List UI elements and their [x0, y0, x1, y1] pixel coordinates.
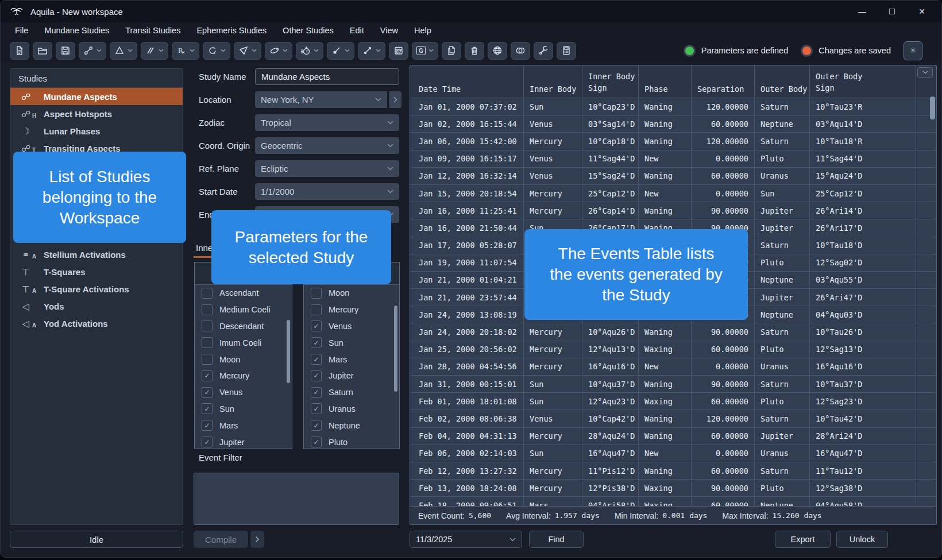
- maximize-button[interactable]: ☐: [877, 1, 907, 22]
- column-header-outer-body[interactable]: Outer Body: [755, 65, 810, 98]
- study-list-item[interactable]: ⊤ T-Squares: [10, 263, 183, 280]
- location-expand-button[interactable]: [389, 91, 401, 108]
- event-row[interactable]: Jan 02, 2000 16:15:44 Venus 03°Sag14'D W…: [410, 115, 936, 133]
- body-checkbox-row[interactable]: ✓ Jupiter: [304, 368, 399, 384]
- body-checkbox-row[interactable]: ✓ Venus: [195, 384, 292, 401]
- column-header-phase[interactable]: Phase: [639, 65, 692, 98]
- listbox-scrollbar[interactable]: [287, 320, 290, 383]
- listbox-scrollbar[interactable]: [394, 306, 397, 392]
- ref-plane-dropdown[interactable]: Ecliptic: [255, 160, 399, 177]
- gauquelin-button[interactable]: G: [412, 42, 438, 60]
- body-checkbox-row[interactable]: ✓ Imum Coeli: [195, 334, 292, 351]
- event-row[interactable]: Jan 31, 2000 00:15:01 Sun 10°Aqu37'D Wan…: [410, 376, 936, 393]
- event-row[interactable]: Jan 15, 2000 20:18:54 Mercury 25°Cap12'D…: [410, 185, 936, 202]
- eclipse-button[interactable]: [511, 42, 530, 60]
- event-row[interactable]: Feb 13, 2000 18:24:08 Mercury 12°Pis38'D…: [410, 480, 936, 497]
- compile-button[interactable]: Compile: [194, 531, 248, 548]
- event-filter-input[interactable]: [194, 473, 399, 525]
- body-checkbox-row[interactable]: ✓ Saturn: [304, 384, 399, 401]
- menu-item[interactable]: Transit Studies: [117, 22, 188, 38]
- column-header-inner-body[interactable]: Inner Body: [524, 65, 582, 98]
- body-checkbox-row[interactable]: ✓ Mercury: [195, 368, 292, 384]
- parallel-tool-button[interactable]: [141, 42, 168, 60]
- copy-button[interactable]: [442, 42, 461, 60]
- study-list-item[interactable]: ◁A Yod Activations: [10, 315, 183, 332]
- study-list-item[interactable]: ⊤A T-Square Activations: [10, 280, 183, 298]
- calendar-button[interactable]: 07: [389, 42, 408, 60]
- body-checkbox-row[interactable]: ✓ Mars: [304, 351, 399, 368]
- engine-status-button[interactable]: Idle: [10, 531, 183, 548]
- menu-item[interactable]: File: [7, 22, 36, 38]
- menu-item[interactable]: Mundane Studies: [36, 22, 117, 38]
- menu-item[interactable]: View: [372, 22, 406, 38]
- body-checkbox-row[interactable]: ✓ Jupiter: [195, 434, 292, 450]
- body-checkbox-row[interactable]: ✓ Medium Coeli: [195, 302, 292, 318]
- cycles-tool-button[interactable]: [203, 42, 230, 60]
- new-document-button[interactable]: [10, 42, 29, 60]
- compile-options-button[interactable]: [250, 531, 264, 548]
- body-checkbox-row[interactable]: ✓ Pluto: [304, 434, 399, 450]
- event-row[interactable]: Feb 02, 2000 08:06:38 Venus 10°Cap42'D W…: [410, 410, 936, 427]
- menu-item[interactable]: Edit: [342, 22, 372, 38]
- find-button[interactable]: Find: [529, 531, 584, 548]
- body-checkbox-row[interactable]: ✓ Mercury: [304, 302, 399, 318]
- event-row[interactable]: Jan 12, 2000 16:32:14 Venus 15°Sag24'D W…: [410, 168, 936, 185]
- menu-item[interactable]: Help: [406, 22, 439, 38]
- event-row[interactable]: Jan 06, 2000 15:42:00 Mercury 10°Cap18'D…: [410, 133, 936, 150]
- column-header-outer-body-sign[interactable]: Outer Body Sign: [810, 65, 916, 98]
- event-row[interactable]: Jan 09, 2000 16:15:17 Venus 11°Sag44'D N…: [410, 150, 936, 168]
- retrograde-tool-button[interactable]: R: [172, 42, 199, 60]
- body-checkbox-row[interactable]: ✓ Ascendant: [195, 285, 292, 302]
- column-header-separation[interactable]: Separation: [692, 65, 755, 98]
- study-list-item[interactable]: ☽ Lunar Phases: [10, 122, 183, 140]
- close-button[interactable]: ✕: [907, 1, 937, 22]
- globe-button[interactable]: [488, 42, 507, 60]
- calculator-button[interactable]: [557, 42, 576, 60]
- menu-item[interactable]: Other Studies: [275, 22, 342, 38]
- start-date-dropdown[interactable]: 1/1/2000: [255, 183, 399, 200]
- table-scrollbar[interactable]: [930, 96, 935, 119]
- settings-button[interactable]: [534, 42, 553, 60]
- stopwatch-tool-button[interactable]: [296, 42, 323, 60]
- minimize-button[interactable]: —: [847, 1, 877, 22]
- study-name-input[interactable]: [255, 68, 399, 85]
- export-button[interactable]: Export: [775, 531, 831, 548]
- study-list-item[interactable]: ☍ Mundane Aspects: [10, 88, 183, 105]
- column-header-inner-body-sign[interactable]: Inner Body Sign: [582, 65, 639, 98]
- event-row[interactable]: Jan 25, 2000 20:56:02 Mercury 12°Aqu13'D…: [410, 341, 936, 358]
- trine-tool-button[interactable]: [110, 42, 137, 60]
- menu-item[interactable]: Ephemeris Studies: [188, 22, 275, 38]
- body-checkbox-row[interactable]: ✓ Neptune: [304, 417, 399, 434]
- body-checkbox-row[interactable]: ✓ Descendant: [195, 318, 292, 335]
- event-row[interactable]: Feb 06, 2000 02:14:03 Sun 16°Aqu47'D New…: [410, 445, 936, 462]
- study-list-item[interactable]: ☍H Aspect Hotspots: [10, 105, 183, 122]
- body-checkbox-row[interactable]: ✓ Moon: [195, 351, 292, 368]
- body-checkbox-row[interactable]: ✓ Moon: [304, 285, 399, 302]
- study-list-item[interactable]: ⚭A Stellium Activations: [10, 246, 183, 263]
- conjunction-small-tool-button[interactable]: [327, 42, 354, 60]
- save-button[interactable]: [56, 42, 75, 60]
- unlock-button[interactable]: Unlock: [836, 531, 888, 548]
- zodiac-dropdown[interactable]: Tropical: [255, 114, 399, 131]
- body-checkbox-row[interactable]: ✓ Sun: [304, 334, 399, 351]
- event-row[interactable]: Jan 01, 2000 07:37:02 Sun 10°Cap23'D Wan…: [410, 98, 936, 115]
- event-row[interactable]: Jan 28, 2000 04:54:56 Mercury 16°Aqu16'D…: [410, 358, 936, 376]
- study-list-item[interactable]: ◁ Yods: [10, 298, 183, 315]
- column-header-date-time[interactable]: Date Time: [410, 65, 524, 98]
- table-options-button[interactable]: [917, 67, 933, 78]
- coord-origin-dropdown[interactable]: Geocentric: [255, 137, 399, 154]
- event-row[interactable]: Jan 24, 2000 20:18:02 Mercury 10°Aqu26'D…: [410, 323, 936, 341]
- body-checkbox-row[interactable]: ✓ Venus: [304, 318, 399, 335]
- event-row[interactable]: Feb 12, 2000 13:27:32 Mercury 11°Pis12'D…: [410, 462, 936, 480]
- conjunction-large-tool-button[interactable]: [358, 42, 385, 60]
- body-checkbox-row[interactable]: ✓ Mars: [195, 417, 292, 434]
- theme-toggle-button[interactable]: ☀: [904, 41, 922, 60]
- event-row[interactable]: Jan 16, 2000 11:25:41 Mercury 26°Cap14'D…: [410, 202, 936, 219]
- event-row[interactable]: Feb 04, 2000 04:31:13 Mercury 28°Aqu24'D…: [410, 428, 936, 445]
- body-checkbox-row[interactable]: ✓ Uranus: [304, 401, 399, 418]
- aspect-tool-button[interactable]: [79, 42, 106, 60]
- find-date-dropdown[interactable]: 11/3/2025: [410, 531, 522, 548]
- delete-button[interactable]: [465, 42, 484, 60]
- event-row[interactable]: Feb 01, 2000 18:01:08 Sun 12°Aqu23'D Wax…: [410, 393, 936, 410]
- yod-tool-button[interactable]: [234, 42, 261, 60]
